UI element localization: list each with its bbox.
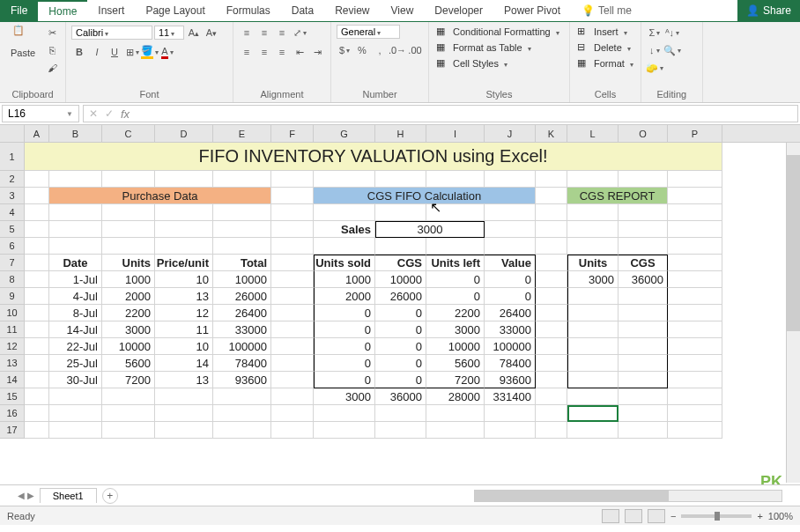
cell[interactable] (271, 255, 314, 271)
cell[interactable] (25, 271, 49, 288)
cell[interactable] (25, 372, 49, 388)
row-header[interactable]: 1 (0, 143, 25, 171)
increase-font-button[interactable]: A▴ (186, 25, 202, 41)
cell[interactable]: 33000 (213, 321, 271, 338)
name-box[interactable]: L16▼ (2, 105, 79, 122)
currency-button[interactable]: $ (337, 42, 352, 58)
cell[interactable] (426, 422, 485, 439)
cell[interactable] (426, 238, 485, 255)
cell[interactable]: Sales (314, 221, 375, 238)
underline-button[interactable]: U (107, 44, 122, 60)
row-header[interactable]: 13 (0, 355, 25, 372)
cell[interactable]: 93600 (213, 372, 271, 388)
cell[interactable] (426, 204, 485, 221)
cell[interactable]: 0 (485, 271, 536, 288)
cell[interactable] (25, 305, 49, 321)
bold-button[interactable]: B (71, 44, 87, 60)
cell[interactable]: 13 (155, 372, 213, 388)
cell[interactable] (49, 221, 102, 238)
copy-button[interactable]: ⎘ (44, 42, 60, 58)
cell[interactable]: CGS (619, 255, 668, 271)
cell[interactable]: Price/unit (155, 255, 213, 271)
cell[interactable] (619, 238, 668, 255)
cell[interactable]: 0 (375, 338, 426, 355)
row-header[interactable]: 11 (0, 321, 25, 338)
cell[interactable]: 13 (155, 288, 213, 305)
row-header[interactable]: 5 (0, 221, 25, 238)
cell[interactable] (485, 171, 536, 188)
cell[interactable] (375, 405, 426, 422)
cell[interactable] (155, 221, 213, 238)
cell[interactable] (271, 288, 314, 305)
tell-me[interactable]: 💡Tell me (571, 0, 642, 21)
cell[interactable] (567, 171, 619, 188)
font-name-select[interactable]: Calibri (71, 26, 152, 40)
zoom-in-button[interactable]: + (757, 511, 762, 521)
horizontal-scrollbar[interactable] (474, 490, 782, 502)
cell[interactable] (271, 204, 314, 221)
cell[interactable] (49, 204, 102, 221)
delete-cells-button[interactable]: ⊟Delete (575, 41, 633, 55)
cell[interactable]: 0 (375, 372, 426, 388)
cell[interactable]: 11 (155, 321, 213, 338)
cell[interactable] (375, 204, 426, 221)
column-header[interactable]: B (49, 125, 102, 142)
tab-review[interactable]: Review (324, 0, 380, 21)
cell[interactable] (668, 321, 722, 338)
tab-data[interactable]: Data (281, 0, 324, 21)
cell[interactable]: 25-Jul (49, 355, 102, 372)
cell[interactable] (619, 171, 668, 188)
cell[interactable]: 0 (485, 288, 536, 305)
cell[interactable] (567, 204, 619, 221)
cell[interactable] (567, 388, 619, 405)
column-header[interactable]: F (271, 125, 314, 142)
cell[interactable] (25, 288, 49, 305)
align-center-button[interactable]: ≡ (256, 44, 272, 60)
number-format-select[interactable]: General (337, 25, 400, 39)
cell[interactable] (25, 338, 49, 355)
cell[interactable] (567, 288, 619, 305)
comma-button[interactable]: , (372, 42, 388, 58)
cell[interactable] (25, 188, 49, 204)
cell[interactable]: 100000 (485, 338, 536, 355)
cell[interactable] (536, 255, 567, 271)
cell[interactable] (102, 238, 155, 255)
cell[interactable]: 0 (314, 338, 375, 355)
cell[interactable] (668, 204, 722, 221)
cell[interactable] (102, 388, 155, 405)
tab-formulas[interactable]: Formulas (216, 0, 281, 21)
sort-filter-button[interactable]: ᴬ↓ (664, 25, 680, 41)
cell[interactable] (668, 271, 722, 288)
cell[interactable] (25, 171, 49, 188)
cell[interactable] (619, 204, 668, 221)
cell[interactable]: 10 (155, 338, 213, 355)
cancel-icon[interactable]: ✕ (89, 107, 98, 120)
cell[interactable] (375, 171, 426, 188)
column-header[interactable]: O (619, 125, 668, 142)
cell[interactable] (155, 388, 213, 405)
cell[interactable] (102, 171, 155, 188)
cell[interactable] (619, 288, 668, 305)
sheet-nav[interactable]: ◀ ▶ (18, 491, 34, 500)
cell[interactable]: 78400 (485, 355, 536, 372)
cell[interactable] (271, 271, 314, 288)
tab-power-pivot[interactable]: Power Pivot (493, 0, 571, 21)
vertical-scrollbar[interactable] (786, 143, 800, 483)
row-header[interactable]: 10 (0, 305, 25, 321)
italic-button[interactable]: I (89, 44, 105, 60)
cell[interactable] (536, 338, 567, 355)
cell[interactable] (485, 405, 536, 422)
cell[interactable]: 26000 (375, 288, 426, 305)
cell[interactable]: 10000 (213, 271, 271, 288)
cell[interactable] (485, 422, 536, 439)
column-header[interactable]: L (567, 125, 619, 142)
cell[interactable] (271, 338, 314, 355)
cell[interactable] (668, 388, 722, 405)
cell[interactable] (271, 355, 314, 372)
cell[interactable] (271, 305, 314, 321)
zoom-out-button[interactable]: − (670, 511, 676, 521)
tab-view[interactable]: View (381, 0, 425, 21)
page-break-view-button[interactable] (648, 509, 665, 523)
tab-developer[interactable]: Developer (424, 0, 493, 21)
cell[interactable]: 26000 (213, 288, 271, 305)
